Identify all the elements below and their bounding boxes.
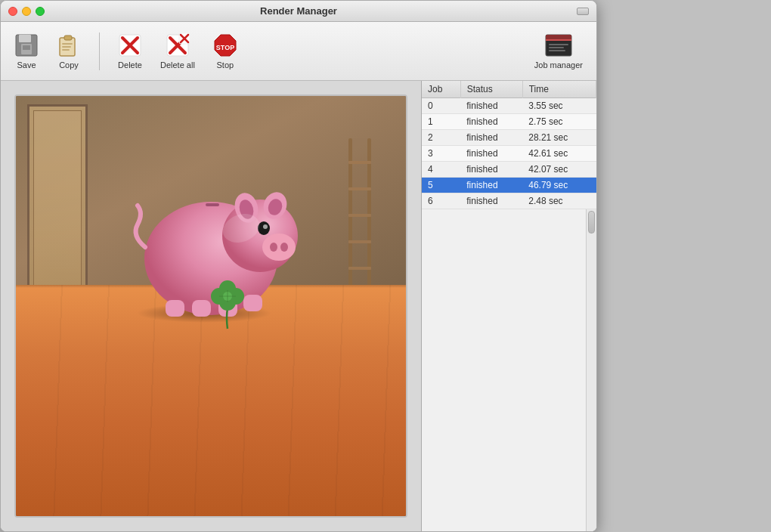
- table-row[interactable]: 6finished2.48 sec: [422, 193, 596, 209]
- svg-rect-5: [64, 36, 72, 40]
- title-bar: Render Manager: [1, 1, 596, 22]
- content-area: Job Status Time 0finished3.55 sec1finish…: [1, 81, 596, 531]
- svg-text:STOP: STOP: [216, 44, 234, 51]
- status-cell: finished: [460, 162, 522, 178]
- minimize-button[interactable]: [22, 7, 31, 16]
- svg-rect-8: [62, 49, 70, 51]
- col-status: Status: [460, 81, 522, 98]
- time-cell: 2.75 sec: [522, 114, 596, 130]
- svg-point-32: [263, 224, 268, 229]
- traffic-lights: [8, 7, 45, 16]
- save-button[interactable]: Save: [8, 30, 45, 73]
- copy-label: Copy: [59, 60, 79, 70]
- svg-rect-1: [19, 35, 31, 42]
- window-title: Render Manager: [260, 5, 337, 17]
- time-cell: 42.07 sec: [522, 162, 596, 178]
- copy-icon: [57, 33, 81, 57]
- separator-1: [99, 32, 100, 70]
- job-cell: 3: [422, 146, 460, 162]
- table-row[interactable]: 2finished28.21 sec: [422, 130, 596, 146]
- svg-rect-23: [549, 44, 568, 45]
- delete-all-button[interactable]: Delete all: [154, 30, 201, 73]
- time-cell: 28.21 sec: [522, 130, 596, 146]
- main-window: Render Manager Save: [0, 0, 597, 532]
- job-manager-label: Job manager: [534, 60, 583, 70]
- stop-icon: STOP: [213, 33, 237, 57]
- job-manager-icon: [544, 33, 573, 57]
- time-cell: 3.55 sec: [522, 98, 596, 114]
- table-row[interactable]: 0finished3.55 sec: [422, 98, 596, 114]
- job-panel: Job Status Time 0finished3.55 sec1finish…: [421, 81, 596, 531]
- svg-rect-22: [546, 39, 571, 41]
- time-cell: 42.61 sec: [522, 146, 596, 162]
- close-button[interactable]: [8, 7, 17, 16]
- delete-button[interactable]: Delete: [112, 30, 148, 73]
- job-cell: 4: [422, 162, 460, 178]
- job-cell: 6: [422, 193, 460, 209]
- col-time: Time: [522, 81, 596, 98]
- table-row[interactable]: 1finished2.75 sec: [422, 114, 596, 130]
- preview-frame: [14, 94, 407, 518]
- status-cell: finished: [460, 130, 522, 146]
- scrollbar-track[interactable]: [586, 209, 596, 531]
- scrollbar-thumb[interactable]: [588, 211, 595, 234]
- svg-rect-3: [23, 45, 30, 50]
- job-table: Job Status Time 0finished3.55 sec1finish…: [422, 81, 596, 209]
- stop-label: Stop: [217, 60, 234, 70]
- clover: [205, 280, 250, 336]
- toolbar: Save Copy Dele: [1, 22, 596, 81]
- render-preview-container: [1, 81, 421, 531]
- job-cell: 0: [422, 98, 460, 114]
- status-cell: finished: [460, 98, 522, 114]
- table-header-row: Job Status Time: [422, 81, 596, 98]
- delete-all-icon: [166, 33, 190, 57]
- table-row[interactable]: 4finished42.07 sec: [422, 162, 596, 178]
- job-cell: 5: [422, 178, 460, 193]
- delete-label: Delete: [118, 60, 142, 70]
- svg-rect-38: [166, 300, 184, 317]
- copy-button[interactable]: Copy: [51, 30, 87, 73]
- svg-rect-7: [62, 46, 71, 48]
- render-scene: [16, 96, 406, 516]
- scrollbar-area: [422, 209, 596, 531]
- svg-point-28: [262, 234, 296, 261]
- maximize-button[interactable]: [36, 7, 45, 16]
- svg-rect-24: [549, 47, 564, 48]
- svg-rect-37: [206, 203, 219, 206]
- delete-icon: [118, 33, 142, 57]
- job-cell: 1: [422, 114, 460, 130]
- delete-all-label: Delete all: [160, 60, 195, 70]
- table-row[interactable]: 5finished46.79 sec: [422, 178, 596, 193]
- col-job: Job: [422, 81, 460, 98]
- table-row[interactable]: 3finished42.61 sec: [422, 146, 596, 162]
- svg-rect-6: [62, 43, 73, 45]
- svg-rect-25: [549, 50, 565, 51]
- save-icon: [14, 33, 39, 57]
- svg-point-29: [270, 243, 277, 252]
- collapse-button[interactable]: [577, 8, 589, 15]
- time-cell: 46.79 sec: [522, 178, 596, 193]
- job-cell: 2: [422, 130, 460, 146]
- status-cell: finished: [460, 114, 522, 130]
- time-cell: 2.48 sec: [522, 193, 596, 209]
- status-cell: finished: [460, 193, 522, 209]
- status-cell: finished: [460, 178, 522, 193]
- job-manager-button[interactable]: Job manager: [528, 30, 589, 73]
- save-label: Save: [17, 60, 36, 70]
- svg-point-30: [280, 243, 288, 252]
- stop-button[interactable]: STOP Stop: [207, 30, 243, 73]
- status-cell: finished: [460, 146, 522, 162]
